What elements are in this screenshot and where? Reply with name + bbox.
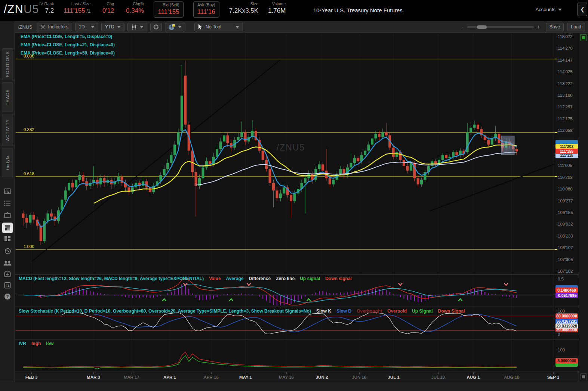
chart-settings-button[interactable] [150,23,162,31]
sidebar-tab-trade[interactable]: TRADE [2,82,13,112]
price-axis-label: 109'155 [558,210,573,215]
legend-item: Slow K [316,308,331,314]
quote-field-label: Size [229,1,258,6]
time-axis-tick [359,372,360,374]
indicators-label: Indicators [48,24,68,30]
chart-area[interactable]: 0.0000.3820.6181.000/ZNU5 [15,33,555,372]
sidebar-tab-label: POSITIONS [5,51,10,77]
green-square-icon [582,36,585,39]
sidebar-icon-watchlist[interactable] [3,199,12,208]
time-axis-label: JUL 1 [388,375,399,379]
legend-item: Zero line [276,276,295,281]
right-rail [579,33,588,391]
indicators-button[interactable]: Indicators [37,23,72,31]
legend-item: Difference [249,276,271,281]
quote-field[interactable]: Bid (Sell)111'155 [154,1,183,18]
chevron-down-icon [558,9,562,11]
time-axis-tick [132,372,132,374]
macd-label: MACD (Fast length=12, Slow length=26, MA… [19,276,204,281]
sidebar-icon-news-document[interactable] [3,187,12,196]
stoch-legend-row: Slow Stochastic (K Period=10, D Period=1… [19,308,465,314]
chevron-down-icon [140,26,144,28]
chart-watermark: /ZNU5 [277,143,305,152]
zoom-controls: - + Save Load [462,23,585,31]
sidebar-icon-follow-traders[interactable] [3,258,12,267]
quote-field-value: 1.76M [268,7,286,15]
zoom-out-button[interactable]: - [462,24,464,30]
legend-item: Down Signal [438,308,465,314]
time-axis[interactable]: FEB 3MAR 3MAR 17APR 1APR 16MAY 1MAY 16JU… [15,372,579,382]
chart-type-dropdown[interactable] [127,23,147,31]
quote-fields: IV Rank7.2Last / Size111'155 /1Chg-0'12C… [39,1,295,18]
quote-field-label: Ask (Buy) [197,3,215,7]
time-axis-tick [394,372,394,374]
time-axis-label: JUL 18 [431,375,445,379]
drawing-tool-dropdown[interactable]: No Tool [194,23,243,31]
sidebar-tab-tastyfx[interactable]: tastyfx [2,148,13,177]
time-axis-tick [553,372,554,374]
save-button[interactable]: Save [546,23,564,31]
time-axis-tick [93,372,94,374]
gray-square-icon [582,375,585,378]
main-chart-canvas[interactable]: 0.0000.3820.6181.000/ZNU5 [15,33,555,372]
sidebar-icon-f1-key[interactable]: F1 [3,281,12,290]
price-axis-label: 109'032 [558,222,573,226]
panel-separator[interactable] [15,274,579,275]
sidebar-tab-positions[interactable]: POSITIONS [2,48,13,80]
fib-axis-tick [555,132,557,133]
zoom-slider-handle[interactable] [477,25,487,29]
chevron-down-icon [117,26,121,28]
time-axis-tick [438,372,438,374]
zoom-in-button[interactable]: + [537,24,540,30]
quote-field-label: Chg% [124,1,144,6]
quote-field-value: 7.2Kx3.5K [229,7,258,15]
trading-app-window: /ZNU5 IV Rank7.2Last / Size111'155 /1Chg… [0,0,588,391]
time-axis-label: SEP 1 [547,375,559,379]
time-axis-label: FEB 3 [25,375,38,379]
price-bubble: 111'202 [555,144,578,149]
sidebar-icon-screener-tv[interactable] [3,211,12,220]
compare-dropdown[interactable] [165,23,185,31]
quote-field: IV Rank7.2 [39,1,54,15]
globe-compare-icon [169,24,175,30]
quote-header: /ZNU5 IV Rank7.2Last / Size111'155 /1Chg… [0,0,588,21]
legend-item: Oversold [387,308,407,314]
quote-field-label: IV Rank [39,1,54,6]
time-axis-label: MAR 3 [87,375,100,379]
sidebar-icon-history-clock[interactable] [3,246,12,255]
svg-text:?: ? [6,294,9,299]
sidebar-icon-help[interactable]: ? [3,292,12,301]
price-axis-label: 115'072 [558,34,573,39]
sidebar-tab-label: TRADE [5,89,10,105]
sidebar-icon-calendar[interactable] [3,270,12,279]
panel-separator[interactable] [15,307,579,307]
instrument-title: 10-Year U.S. Treasury Note Futures [313,7,403,13]
sidebar-icon-grid-tiles[interactable] [3,235,12,243]
axis-lock-button[interactable] [580,34,587,41]
load-button[interactable]: Load [567,23,585,31]
drawing-tool-value: No Tool [206,24,221,30]
quote-field-label: Last / Size [64,1,90,6]
collapse-panel-button[interactable]: ❮ [578,3,587,16]
price-axis[interactable]: 115'072114'270114'147114'025113'222113'1… [555,33,579,372]
cursor-icon [198,24,203,30]
price-axis-label: 114'147 [558,58,573,62]
axis-settings-button[interactable] [580,373,587,380]
quote-field-label: Bid (Sell) [158,3,179,7]
macd-legend: ValueAverageDifferenceZero lineUp signal… [209,276,352,281]
timeframe-dropdown[interactable]: 1D [75,23,98,31]
accounts-dropdown[interactable]: Accounts [536,7,562,12]
quote-field: Volume1.76M [268,1,286,15]
quote-field[interactable]: Ask (Buy)111'16 [193,1,219,18]
sidebar-tab-activity[interactable]: ACTIVITY [2,114,13,146]
range-dropdown[interactable]: YTD [101,23,124,31]
zoom-slider[interactable] [467,26,534,28]
panel-separator[interactable] [15,339,579,339]
symbol-month-code: U5 [24,3,39,16]
toolbar-symbol-label: /ZNU5 [18,24,32,30]
chevron-down-icon [235,26,239,28]
ivr-scale-label: 100 [558,348,565,352]
sidebar-icon-chart[interactable] [2,223,13,233]
ivr-value-bubble: 8.0000000 [555,358,578,363]
price-axis-label: 112'175 [558,117,573,121]
